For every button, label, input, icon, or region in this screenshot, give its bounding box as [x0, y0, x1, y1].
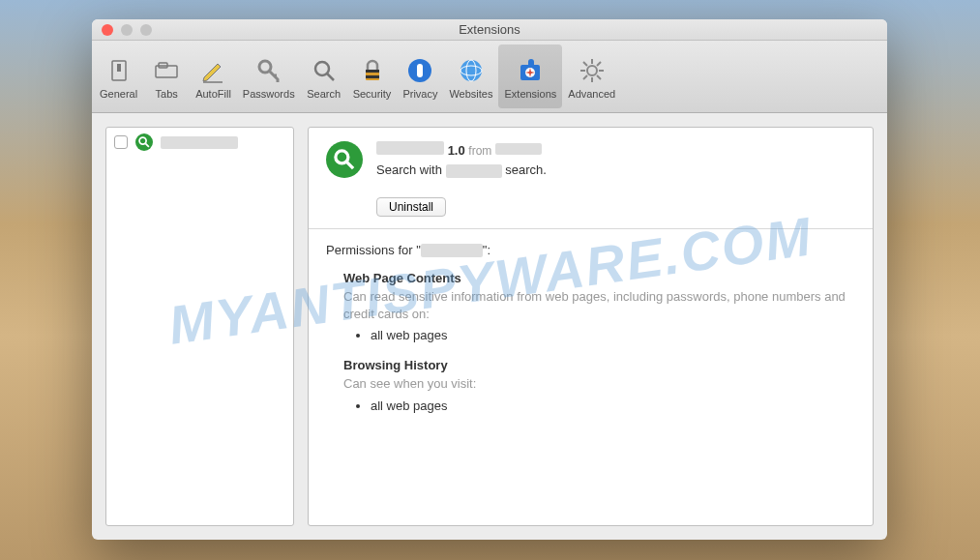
extension-icon-large [326, 141, 363, 178]
permissions-title: Permissions for "": [326, 243, 855, 258]
tab-label: AutoFill [195, 88, 231, 100]
tab-label: Extensions [504, 88, 556, 100]
tab-security[interactable]: Security [347, 44, 398, 108]
tab-label: Passwords [243, 88, 295, 100]
svg-rect-12 [417, 64, 423, 77]
tab-privacy[interactable]: Privacy [397, 44, 443, 108]
tab-advanced[interactable]: Advanced [562, 44, 621, 108]
extensions-icon [515, 55, 546, 86]
globe-icon [456, 55, 487, 86]
svg-line-23 [583, 62, 587, 66]
minimize-button[interactable] [121, 24, 133, 36]
tab-label: Advanced [568, 88, 615, 100]
extension-description: Search with search. [376, 162, 855, 178]
toolbar: General Tabs AutoFill Passwords Search [92, 41, 887, 113]
svg-line-30 [347, 162, 354, 169]
tab-label: Websites [449, 88, 492, 100]
detail-pane: 1.0 from Search with search. Uninstall P… [308, 127, 874, 526]
window-title: Extensions [459, 22, 520, 37]
perm-suffix: ": [483, 243, 490, 257]
developer-redacted [495, 143, 542, 155]
desc-prefix: Search with [376, 162, 442, 177]
perm-name-redacted [421, 244, 483, 257]
svg-line-7 [327, 74, 334, 80]
general-icon [104, 55, 134, 86]
close-button[interactable] [102, 24, 113, 36]
extension-name-redacted [376, 141, 444, 155]
extension-name-redacted [161, 136, 238, 149]
tab-tabs[interactable]: Tabs [143, 44, 190, 108]
search-icon [309, 55, 340, 86]
permission-group: Browsing History Can see when you visit:… [343, 358, 855, 413]
perm-prefix: Permissions for " [326, 243, 421, 257]
svg-line-28 [145, 143, 149, 147]
permissions-section: Permissions for "": Web Page Contents Ca… [309, 229, 873, 442]
uninstall-button[interactable]: Uninstall [376, 197, 446, 217]
tab-label: Privacy [402, 88, 437, 100]
desc-suffix: search. [505, 162, 547, 177]
extension-version: 1.0 [448, 143, 465, 158]
svg-line-25 [597, 62, 601, 66]
tab-autofill[interactable]: AutoFill [190, 44, 237, 108]
maximize-button[interactable] [140, 24, 152, 36]
extensions-sidebar [105, 127, 294, 526]
privacy-icon [404, 55, 435, 86]
content-area: 1.0 from Search with search. Uninstall P… [92, 113, 887, 540]
svg-line-26 [583, 75, 587, 79]
svg-point-6 [315, 62, 329, 75]
svg-rect-1 [117, 64, 121, 72]
permission-heading: Web Page Contents [343, 271, 855, 285]
permission-item: all web pages [371, 328, 855, 342]
svg-line-24 [597, 75, 601, 79]
lock-icon [357, 55, 388, 86]
permission-list: all web pages [371, 398, 855, 413]
enable-checkbox[interactable] [114, 135, 128, 149]
tab-label: Security [353, 88, 392, 100]
detail-info: 1.0 from Search with search. Uninstall [376, 141, 855, 217]
preferences-window: Extensions General Tabs AutoFill Passwor… [92, 19, 887, 540]
tab-general[interactable]: General [94, 44, 143, 108]
key-icon [253, 55, 284, 86]
permission-description: Can read sensitive information from web … [343, 288, 855, 322]
traffic-lights [92, 24, 152, 36]
svg-point-27 [139, 137, 146, 144]
permission-heading: Browsing History [343, 358, 855, 372]
tab-label: General [100, 88, 137, 100]
autofill-icon [197, 55, 228, 86]
tab-label: Search [307, 88, 341, 100]
gear-icon [577, 55, 608, 86]
permission-item: all web pages [371, 398, 855, 413]
from-label: from [468, 144, 491, 158]
tab-label: Tabs [156, 88, 178, 100]
tabs-icon [151, 55, 182, 86]
extension-icon [135, 133, 153, 151]
detail-header: 1.0 from Search with search. Uninstall [309, 128, 873, 229]
tab-websites[interactable]: Websites [443, 44, 498, 108]
desc-redacted [446, 164, 502, 178]
tab-extensions[interactable]: Extensions [498, 44, 562, 108]
titlebar: Extensions [92, 19, 887, 41]
tab-passwords[interactable]: Passwords [237, 44, 301, 108]
permission-description: Can see when you visit: [343, 375, 855, 393]
svg-rect-9 [366, 70, 379, 73]
svg-point-18 [587, 66, 597, 75]
tab-search[interactable]: Search [301, 44, 347, 108]
permission-group: Web Page Contents Can read sensitive inf… [343, 271, 855, 342]
extension-title-row: 1.0 from [376, 141, 855, 158]
permission-list: all web pages [371, 328, 855, 342]
svg-point-29 [336, 151, 348, 163]
svg-point-13 [460, 60, 482, 81]
svg-rect-10 [366, 75, 379, 78]
list-item[interactable] [108, 130, 291, 155]
